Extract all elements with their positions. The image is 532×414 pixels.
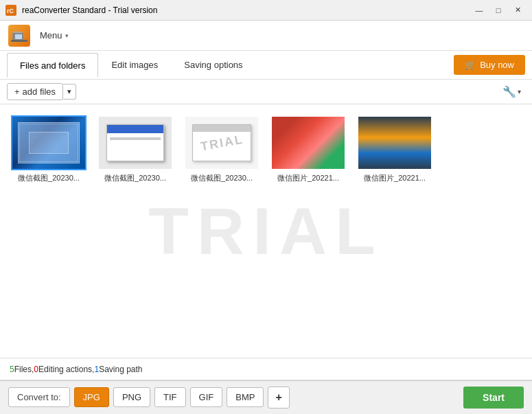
logo-icon [11, 27, 27, 44]
statusbar: 5 Files, 0 Editing actions, 1 Saving pat… [0, 358, 532, 380]
start-button[interactable]: Start [463, 387, 524, 409]
add-icon: + [14, 87, 20, 97]
minimize-button[interactable]: — [470, 3, 488, 17]
file-thumbnail [357, 115, 432, 170]
buy-now-label: Buy now [480, 60, 514, 70]
svg-rect-5 [15, 34, 22, 39]
file-name: 微信图片_20221... [357, 173, 432, 183]
thumbnail-image [358, 117, 431, 169]
saving-label: Saving path [99, 365, 142, 374]
list-item[interactable]: 微信图片_20221... [357, 115, 432, 183]
add-files-dropdown-button[interactable]: ▾ [63, 84, 76, 100]
editing-label: Editing actions, [38, 365, 94, 374]
titlebar-controls: — □ ✕ [470, 3, 527, 17]
file-name: 微信截图_20230... [184, 173, 259, 183]
add-files-label: add files [23, 87, 56, 97]
tabbar: Files and folders Edit images Saving opt… [0, 51, 532, 80]
format-jpg-button[interactable]: JPG [74, 387, 109, 407]
wrench-dropdown-arrow: ▾ [518, 88, 521, 95]
list-item[interactable]: 微信截图_20230... [11, 115, 86, 183]
toolbar-left: + add files ▾ [7, 83, 76, 100]
saving-count: 1 [94, 365, 99, 374]
maximize-button[interactable]: □ [489, 3, 507, 17]
titlebar-left: rC reaConverter Standard - Trial version [5, 5, 157, 16]
toolbar: + add files ▾ 🔧 ▾ [0, 80, 532, 104]
file-name: 微信截图_20230... [97, 173, 173, 183]
list-item[interactable]: TRIAL 微信截图_20230... [184, 115, 259, 183]
titlebar: rC reaConverter Standard - Trial version… [0, 0, 532, 21]
buy-now-button[interactable]: 🛒 Buy now [454, 55, 525, 75]
file-grid: 微信截图_20230... 微信截图_20230... TRIAL 微信截图_2… [0, 104, 532, 194]
app-logo [8, 25, 30, 47]
close-button[interactable]: ✕ [509, 3, 527, 17]
svg-text:rC: rC [7, 8, 14, 14]
file-name: 微信截图_20230... [11, 173, 86, 183]
file-thumbnail [270, 115, 346, 170]
wrench-icon: 🔧 [502, 85, 516, 98]
list-item[interactable]: 微信图片_20221... [270, 115, 346, 183]
tab-edit-images[interactable]: Edit images [98, 53, 171, 78]
thumbnail-image [272, 117, 345, 169]
format-png-button[interactable]: PNG [113, 387, 150, 407]
svg-rect-4 [11, 40, 27, 42]
menu-label: Menu [40, 30, 62, 41]
list-item[interactable]: 微信截图_20230... [97, 115, 173, 183]
format-gif-button[interactable]: GIF [190, 387, 223, 407]
window-title: reaConverter Standard - Trial version [22, 5, 157, 15]
tab-files-and-folders[interactable]: Files and folders [7, 53, 98, 78]
wrench-button[interactable]: 🔧 ▾ [498, 82, 525, 101]
files-label: Files, [14, 365, 34, 374]
thumbnail-image: TRIAL [185, 117, 258, 169]
file-thumbnail [11, 115, 86, 170]
cart-icon: 🛒 [465, 60, 476, 70]
file-thumbnail [97, 115, 173, 170]
convert-label: Convert to: [8, 387, 70, 407]
trial-watermark: TRIAL [148, 194, 384, 269]
menu-button[interactable]: Menu ▾ [36, 27, 73, 43]
thumbnail-image [99, 117, 172, 169]
thumbnail-image [12, 117, 85, 169]
format-bmp-button[interactable]: BMP [227, 387, 264, 407]
app-icon: rC [5, 5, 16, 16]
file-name: 微信图片_20221... [270, 173, 346, 183]
bottombar: Convert to: JPG PNG TIF GIF BMP + Start [0, 380, 532, 413]
format-tif-button[interactable]: TIF [154, 387, 186, 407]
file-thumbnail: TRIAL [184, 115, 259, 170]
add-format-button[interactable]: + [268, 387, 289, 409]
add-files-button[interactable]: + add files [7, 83, 63, 100]
tab-saving-options[interactable]: Saving options [171, 53, 255, 78]
main-area: TRIAL 微信截图_20230... 微信截图_20230... [0, 104, 532, 358]
menubar: Menu ▾ [0, 21, 532, 51]
menu-chevron: ▾ [65, 32, 69, 39]
editing-count: 0 [34, 365, 38, 374]
files-count: 5 [10, 365, 14, 374]
svg-rect-3 [14, 32, 22, 33]
